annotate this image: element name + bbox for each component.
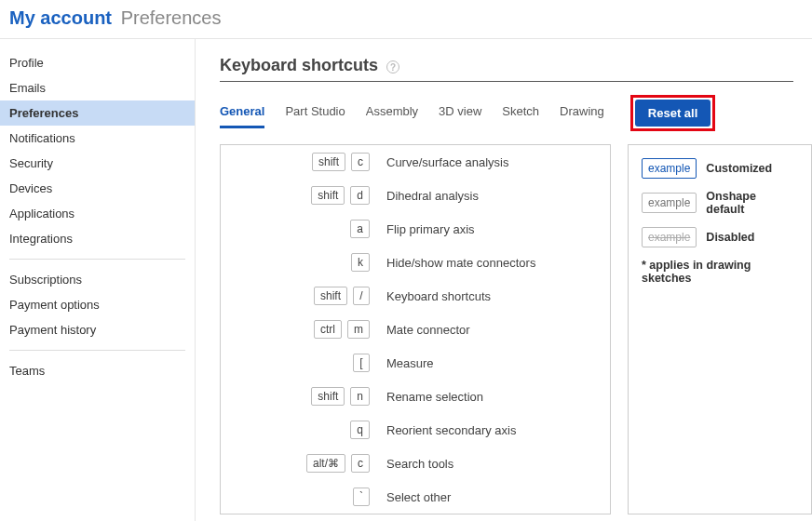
tab-drawing[interactable]: Drawing <box>560 99 604 128</box>
legend-panel: example Customized example Onshape defau… <box>628 144 812 514</box>
shortcut-desc: Flip primary axis <box>386 222 475 236</box>
key: shift <box>314 287 347 305</box>
tab-assembly[interactable]: Assembly <box>366 99 418 128</box>
tab-general[interactable]: General <box>220 99 264 128</box>
shortcut-desc: Keyboard shortcuts <box>386 289 491 303</box>
shortcut-list[interactable]: shiftcCurve/surface analysisshiftdDihedr… <box>220 144 611 514</box>
shortcut-row[interactable]: alt/⌘cSearch tools <box>221 447 610 480</box>
key: n <box>350 387 370 406</box>
key: ` <box>353 488 370 506</box>
sidebar-item-payment-history[interactable]: Payment history <box>0 317 195 342</box>
key: alt/⌘ <box>306 454 345 473</box>
tab-sketch[interactable]: Sketch <box>502 99 539 128</box>
sidebar-separator <box>9 259 185 260</box>
key: shift <box>311 387 345 406</box>
legend-disabled: example Disabled <box>642 227 794 247</box>
shortcut-desc: Measure <box>386 356 434 370</box>
reset-all-button[interactable]: Reset all <box>635 100 710 127</box>
key: shift <box>311 186 345 205</box>
legend-default: example Onshape default <box>642 190 794 216</box>
shortcut-desc: Reorient secondary axis <box>386 423 516 437</box>
shortcut-row[interactable]: aFlip primary axis <box>221 212 610 246</box>
header-sub: Preferences <box>121 7 222 28</box>
shortcut-keys: q <box>230 421 370 439</box>
shortcut-row[interactable]: shiftdDihedral analysis <box>221 179 610 212</box>
shortcut-keys: [ <box>230 354 370 372</box>
sidebar-separator <box>9 350 185 351</box>
shortcut-keys: k <box>230 253 370 272</box>
shortcut-desc: Curve/surface analysis <box>386 155 509 169</box>
legend-customized: example Customized <box>642 158 794 179</box>
shortcut-row[interactable]: shiftcCurve/surface analysis <box>221 145 610 179</box>
sidebar-item-integrations[interactable]: Integrations <box>0 226 195 251</box>
shortcut-keys: shift/ <box>230 287 370 305</box>
shortcut-row[interactable]: `Select other <box>221 480 610 514</box>
sidebar-item-emails[interactable]: Emails <box>0 75 195 100</box>
legend-key-disabled: example <box>642 227 697 247</box>
shortcut-keys: shiftd <box>230 186 370 205</box>
reset-highlight: Reset all <box>630 95 715 131</box>
tab-3d-view[interactable]: 3D view <box>439 99 481 128</box>
shortcut-desc: Hide/show mate connectors <box>386 256 535 270</box>
legend-label-default: Onshape default <box>706 190 794 216</box>
key: c <box>351 153 370 171</box>
key: ctrl <box>314 320 342 339</box>
legend-key-default: example <box>642 193 697 213</box>
shortcut-keys: ` <box>230 488 370 506</box>
shortcut-keys: shiftc <box>230 153 370 171</box>
sidebar-item-security[interactable]: Security <box>0 151 195 176</box>
sidebar-item-notifications[interactable]: Notifications <box>0 126 195 151</box>
key: m <box>347 320 370 339</box>
shortcut-keys: alt/⌘c <box>230 454 370 473</box>
key: c <box>351 454 370 473</box>
content-area: Keyboard shortcuts ? GeneralPart StudioA… <box>196 39 812 521</box>
shortcut-desc: Search tools <box>386 457 453 471</box>
section-title-text: Keyboard shortcuts <box>220 56 378 74</box>
shortcut-keys: a <box>230 220 370 238</box>
shortcut-row[interactable]: qReorient secondary axis <box>221 413 610 447</box>
key: k <box>351 253 370 272</box>
legend-note: * applies in drawing sketches <box>642 259 794 285</box>
legend-label-customized: Customized <box>706 162 772 175</box>
tabs: GeneralPart StudioAssembly3D viewSketchD… <box>220 99 604 128</box>
key: q <box>350 421 370 439</box>
shortcut-row[interactable]: shiftnRename selection <box>221 380 610 413</box>
sidebar-item-subscriptions[interactable]: Subscriptions <box>0 267 195 292</box>
key: [ <box>353 354 370 372</box>
legend-label-disabled: Disabled <box>706 231 754 244</box>
sidebar-item-devices[interactable]: Devices <box>0 176 195 201</box>
tab-part-studio[interactable]: Part Studio <box>285 99 345 128</box>
sidebar-item-payment-options[interactable]: Payment options <box>0 292 195 317</box>
key: shift <box>312 153 345 171</box>
sidebar-item-preferences[interactable]: Preferences <box>0 100 195 126</box>
sidebar-item-applications[interactable]: Applications <box>0 201 195 226</box>
help-icon[interactable]: ? <box>386 60 399 73</box>
header-main[interactable]: My account <box>9 7 112 28</box>
shortcut-desc: Select other <box>386 490 451 504</box>
legend-note-text: * applies in drawing sketches <box>642 259 794 285</box>
shortcut-row[interactable]: shift/Keyboard shortcuts <box>221 279 610 313</box>
shortcut-desc: Rename selection <box>386 390 483 404</box>
shortcut-row[interactable]: alt/⌘tTab manager <box>221 514 610 514</box>
sidebar-item-teams[interactable]: Teams <box>0 358 195 383</box>
legend-key-customized: example <box>642 158 697 179</box>
key: a <box>350 220 370 238</box>
shortcut-row[interactable]: ctrlmMate connector <box>221 313 610 346</box>
page-header: My account Preferences <box>0 0 812 39</box>
shortcut-keys: shiftn <box>230 387 370 406</box>
shortcut-row[interactable]: [Measure <box>221 346 610 380</box>
sidebar: ProfileEmailsPreferencesNotificationsSec… <box>0 39 196 521</box>
shortcut-keys: ctrlm <box>230 320 370 339</box>
shortcut-desc: Mate connector <box>386 323 470 337</box>
section-title: Keyboard shortcuts ? <box>220 56 793 82</box>
key: / <box>353 287 370 305</box>
key: d <box>350 186 370 205</box>
sidebar-item-profile[interactable]: Profile <box>0 50 195 75</box>
shortcut-desc: Dihedral analysis <box>386 189 479 203</box>
shortcut-row[interactable]: kHide/show mate connectors <box>221 246 610 279</box>
